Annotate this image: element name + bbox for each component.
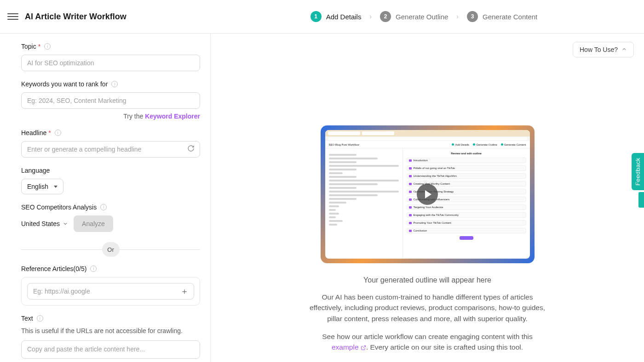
menu-icon[interactable]	[7, 11, 18, 22]
video-preview: SEO Blog Post Workflow Add Details Gener…	[321, 125, 535, 263]
step-label: Generate Outline	[396, 13, 448, 21]
external-link-icon	[361, 345, 366, 351]
reference-url-input[interactable]	[27, 283, 194, 300]
chevron-up-icon	[621, 46, 627, 53]
preview-panel: How To Use? SEO Blog Post Workflow Add D…	[211, 34, 644, 362]
field-label: Keywords you want to rank for i	[21, 80, 200, 88]
add-reference-icon[interactable]: ＋	[180, 286, 189, 297]
step-generate-content[interactable]: 3 Generate Content	[467, 11, 537, 22]
how-to-use-label: How To Use?	[580, 46, 618, 53]
label-text: Keywords you want to rank for	[21, 80, 108, 88]
info-icon[interactable]: i	[90, 266, 97, 272]
step-number: 1	[310, 11, 322, 22]
mockup-title: SEO Blog Post Workflow	[329, 143, 359, 146]
chevron-down-icon	[54, 186, 58, 188]
para2-prefix: See how our article workflow can create …	[322, 333, 533, 340]
outline-caption: Your generated outline will appear here	[308, 276, 547, 284]
label-text: Topic	[21, 43, 36, 50]
references-field: Reference Articles(0/5) i ＋	[21, 265, 200, 305]
language-select[interactable]: English	[21, 179, 63, 194]
required-mark: *	[48, 129, 51, 136]
keywords-input[interactable]	[21, 92, 200, 109]
mockup-panel-title: Review and edit outline	[407, 152, 526, 155]
text-hint: This is useful if the URLs are not acces…	[21, 327, 200, 336]
chevron-right-icon: ›	[456, 13, 459, 20]
keywords-helper: Try the Keyword Explorer	[21, 113, 200, 120]
info-icon[interactable]: i	[55, 130, 61, 136]
para2-suffix: . Every article on our site is crafted u…	[366, 343, 523, 351]
field-label: Headline* i	[21, 129, 200, 136]
step-number: 2	[380, 11, 391, 22]
field-label: SEO Competitors Analysis i	[21, 204, 200, 211]
preview-text: Your generated outline will appear here …	[308, 276, 547, 360]
workflow-stepper: 1 Add Details › 2 Generate Outline › 3 G…	[310, 11, 538, 22]
play-button[interactable]	[417, 184, 438, 205]
field-label: Reference Articles(0/5) i	[21, 265, 200, 272]
headline-field: Headline* i	[21, 129, 200, 158]
info-icon[interactable]: i	[100, 204, 107, 210]
required-mark: *	[38, 43, 40, 50]
regenerate-icon[interactable]	[187, 145, 195, 154]
chevron-down-icon	[63, 221, 68, 226]
article-text-input[interactable]	[21, 340, 200, 359]
svg-line-0	[363, 345, 366, 348]
step-generate-outline[interactable]: 2 Generate Outline	[380, 11, 448, 22]
video-thumbnail[interactable]: SEO Blog Post Workflow Add Details Gener…	[321, 125, 535, 263]
language-value: English	[27, 183, 48, 190]
chevron-right-icon: ›	[369, 13, 372, 20]
description-para-1: Our AI has been custom-trained to handle…	[308, 292, 547, 324]
keywords-field: Keywords you want to rank for i Try the …	[21, 80, 200, 120]
play-icon	[425, 190, 431, 198]
headline-input[interactable]	[21, 141, 200, 158]
page-title: AI Article Writer Workflow	[25, 12, 126, 22]
label-text: Headline	[21, 129, 46, 136]
label-text: SEO Competitors Analysis	[21, 204, 97, 211]
step-label: Add Details	[326, 13, 362, 21]
info-icon[interactable]: i	[44, 43, 51, 50]
language-field: Language English	[21, 167, 200, 194]
helper-text: Try the	[123, 113, 145, 120]
info-icon[interactable]: i	[37, 315, 43, 322]
or-label: Or	[102, 242, 120, 257]
step-add-details[interactable]: 1 Add Details	[310, 11, 362, 22]
analyze-button[interactable]: Analyze	[74, 215, 113, 232]
topic-field: Topic* i	[21, 43, 200, 71]
info-icon[interactable]: i	[111, 81, 118, 87]
field-label: Language	[21, 167, 200, 174]
country-value: United States	[21, 220, 60, 227]
main-content: Topic* i Keywords you want to rank for i…	[0, 34, 644, 362]
or-divider: Or	[21, 242, 200, 257]
description-para-2: See how our article workflow can create …	[308, 331, 547, 353]
label-text: Text	[21, 315, 33, 322]
example-link[interactable]: example	[332, 343, 366, 351]
field-label: Text i	[21, 315, 200, 322]
step-number: 3	[467, 11, 478, 22]
how-to-use-button[interactable]: How To Use?	[573, 42, 634, 57]
label-text: Reference Articles(0/5)	[21, 265, 86, 272]
country-select[interactable]: United States	[21, 220, 68, 227]
references-card: ＋	[21, 277, 200, 305]
step-label: Generate Content	[483, 13, 537, 21]
text-field: Text i This is useful if the URLs are no…	[21, 315, 200, 361]
form-panel: Topic* i Keywords you want to rank for i…	[0, 34, 211, 362]
topic-input[interactable]	[21, 55, 200, 71]
side-handle[interactable]	[638, 192, 644, 208]
keyword-explorer-link[interactable]: Keyword Explorer	[145, 113, 200, 120]
field-label: Topic* i	[21, 43, 200, 50]
app-header: AI Article Writer Workflow 1 Add Details…	[0, 0, 644, 34]
seo-field: SEO Competitors Analysis i United States…	[21, 204, 200, 232]
feedback-tab[interactable]: Feedback	[632, 153, 644, 190]
